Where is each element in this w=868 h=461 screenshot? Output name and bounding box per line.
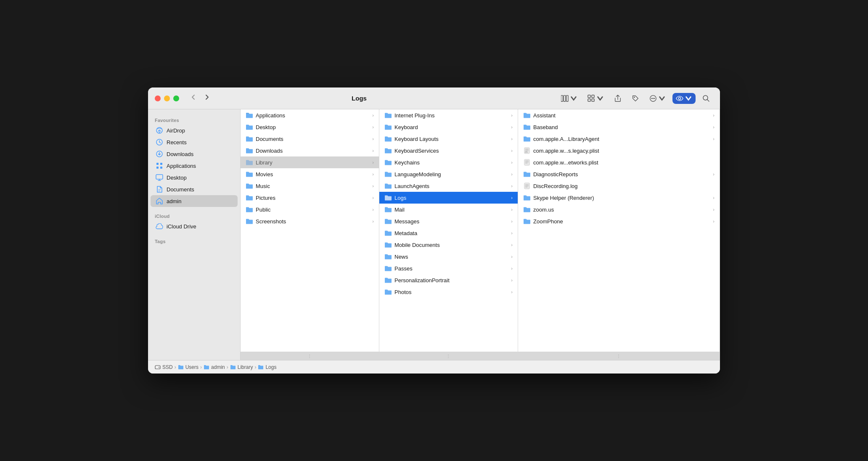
list-item[interactable]: KeyboardServices ›: [379, 145, 518, 156]
column-3-scroll[interactable]: Assistant › Baseband ›: [518, 109, 720, 352]
file-label: Skype Helper (Renderer): [533, 195, 710, 201]
sidebar: Favourites AirDrop: [148, 109, 241, 360]
folder-icon: [384, 206, 392, 213]
column-2-scroll[interactable]: Internet Plug-Ins › Keyboard ›: [379, 109, 518, 352]
chevron-right-icon: ›: [372, 183, 374, 188]
list-item[interactable]: Mail ›: [379, 204, 518, 215]
list-item[interactable]: Downloads ›: [241, 145, 379, 156]
list-item[interactable]: zoom.us ›: [518, 204, 720, 215]
breadcrumb-ssd[interactable]: SSD: [155, 364, 173, 370]
list-item[interactable]: com.apple.w...etworks.plist: [518, 156, 720, 168]
list-item[interactable]: Documents ›: [241, 133, 379, 145]
list-item[interactable]: com.apple.A...LibraryAgent ›: [518, 133, 720, 145]
breadcrumb-logs[interactable]: Logs: [258, 364, 276, 370]
svg-rect-20: [156, 167, 159, 169]
sidebar-item-applications[interactable]: Applications: [151, 160, 238, 172]
list-item[interactable]: Pictures ›: [241, 192, 379, 204]
search-button[interactable]: [699, 93, 713, 104]
sidebar-item-documents-label: Documents: [167, 186, 194, 193]
list-item[interactable]: Internet Plug-Ins ›: [379, 109, 518, 121]
sidebar-item-airdrop[interactable]: AirDrop: [151, 125, 238, 136]
folder-icon: [246, 124, 253, 130]
column-1-scroll[interactable]: Applications › Desktop ›: [241, 109, 379, 352]
folder-icon: [384, 194, 392, 201]
list-item[interactable]: Keyboard ›: [379, 121, 518, 133]
list-item[interactable]: LaunchAgents ›: [379, 180, 518, 192]
column-3-resize[interactable]: ⋮: [518, 352, 720, 360]
column-2-resize[interactable]: ⋮: [379, 352, 518, 360]
list-item[interactable]: Keyboard Layouts ›: [379, 133, 518, 145]
view-columns-button[interactable]: [558, 93, 581, 104]
list-item[interactable]: Messages ›: [379, 215, 518, 227]
folder-icon: [384, 159, 392, 166]
close-button[interactable]: [155, 95, 161, 101]
list-item[interactable]: PersonalizationPortrait ›: [379, 274, 518, 286]
list-item[interactable]: DiagnosticReports ›: [518, 168, 720, 180]
list-item[interactable]: Assistant ›: [518, 109, 720, 121]
breadcrumb-users[interactable]: Users: [178, 364, 198, 370]
folder-icon: [246, 218, 253, 225]
view-grid-button[interactable]: [584, 93, 607, 104]
sidebar-item-icloud-drive-label: iCloud Drive: [167, 223, 196, 230]
list-item[interactable]: LanguageModeling ›: [379, 168, 518, 180]
share-button[interactable]: [611, 93, 625, 104]
more-button[interactable]: [646, 93, 669, 104]
breadcrumb-bar: SSD › Users › admin ›: [148, 360, 720, 374]
tag-button[interactable]: [628, 93, 643, 104]
file-label: PersonalizationPortrait: [394, 277, 508, 283]
list-item[interactable]: News ›: [379, 251, 518, 262]
list-item[interactable]: Movies ›: [241, 168, 379, 180]
sidebar-item-admin[interactable]: admin: [151, 195, 238, 207]
finder-window: Logs: [148, 87, 720, 374]
chevron-right-icon: ›: [511, 113, 513, 118]
folder-icon: [384, 277, 392, 283]
sidebar-item-recents[interactable]: Recents: [151, 136, 238, 148]
chevron-right-icon: ›: [511, 242, 513, 247]
column-1-resize[interactable]: ⋮: [241, 352, 379, 360]
sidebar-item-recents-label: Recents: [167, 139, 187, 146]
chevron-right-icon: ›: [511, 219, 513, 224]
svg-rect-0: [561, 95, 563, 101]
tags-label: Tags: [148, 236, 240, 246]
folder-icon: [384, 289, 392, 295]
list-item[interactable]: Screenshots ›: [241, 215, 379, 227]
file-label: Screenshots: [256, 218, 370, 225]
desktop-icon: [156, 174, 163, 181]
svg-rect-27: [155, 366, 160, 369]
preview-button[interactable]: [672, 93, 696, 104]
breadcrumb-library[interactable]: Library: [230, 364, 253, 370]
sidebar-item-documents[interactable]: Documents: [151, 183, 238, 195]
folder-icon: [246, 159, 253, 166]
list-item[interactable]: Music ›: [241, 180, 379, 192]
sidebar-item-icloud-drive[interactable]: iCloud Drive: [151, 220, 238, 232]
list-item[interactable]: Desktop ›: [241, 121, 379, 133]
list-item[interactable]: Public ›: [241, 204, 379, 215]
chevron-right-icon: ›: [511, 266, 513, 271]
chevron-right-icon: ›: [372, 113, 374, 118]
list-item[interactable]: Metadata ›: [379, 227, 518, 239]
svg-rect-25: [524, 159, 529, 165]
list-item[interactable]: Keychains ›: [379, 156, 518, 168]
sidebar-item-applications-label: Applications: [167, 163, 196, 169]
breadcrumb-library-label: Library: [238, 364, 253, 370]
list-item[interactable]: Applications ›: [241, 109, 379, 121]
svg-point-11: [654, 98, 655, 99]
sidebar-item-downloads[interactable]: Downloads: [151, 148, 238, 160]
list-item[interactable]: ZoomPhone ›: [518, 215, 720, 227]
list-item[interactable]: Baseband ›: [518, 121, 720, 133]
list-item[interactable]: Skype Helper (Renderer) ›: [518, 192, 720, 204]
column-1: Applications › Desktop ›: [241, 109, 379, 360]
sidebar-item-desktop[interactable]: Desktop: [151, 172, 238, 183]
sidebar-item-downloads-label: Downloads: [167, 151, 193, 157]
chevron-right-icon: ›: [372, 148, 374, 153]
list-item[interactable]: DiscRecording.log: [518, 180, 720, 192]
list-item[interactable]: Logs ›: [379, 192, 518, 204]
breadcrumb-admin[interactable]: admin: [204, 364, 225, 370]
list-item[interactable]: Photos ›: [379, 286, 518, 298]
list-item[interactable]: Mobile Documents ›: [379, 239, 518, 251]
columns-area: Applications › Desktop ›: [241, 109, 720, 360]
list-item[interactable]: plist com.apple.w...s.legacy.plist: [518, 145, 720, 156]
list-item[interactable]: Library ›: [241, 156, 379, 168]
folder-icon: [246, 147, 253, 154]
list-item[interactable]: Passes ›: [379, 262, 518, 274]
